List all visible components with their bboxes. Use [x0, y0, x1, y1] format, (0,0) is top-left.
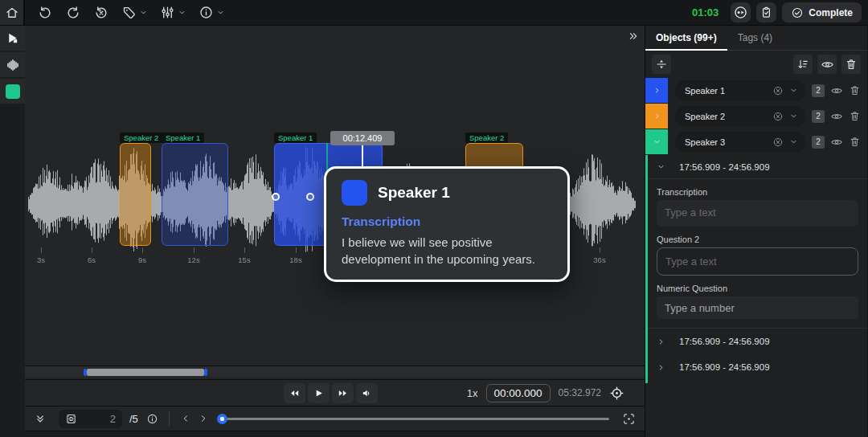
fast-forward-button[interactable] [332, 383, 354, 403]
previous-frame-button[interactable] [180, 413, 191, 424]
frame-slider[interactable] [219, 418, 609, 420]
chevron-right-icon [653, 112, 661, 120]
segment-handle[interactable] [306, 193, 314, 201]
numeric-question-input[interactable] [657, 296, 858, 319]
object-name: Speaker 1 [685, 86, 772, 96]
toggle-visibility-button[interactable] [830, 84, 843, 97]
pointer-icon [6, 31, 19, 45]
volume-button[interactable] [356, 383, 378, 403]
complete-button[interactable]: Complete [782, 2, 862, 22]
collapse-object-button[interactable] [645, 129, 668, 154]
fit-view-button[interactable] [622, 412, 636, 426]
segment-label: Speaker 2 [120, 133, 162, 143]
segment-label: Speaker 1 [274, 133, 317, 143]
object-name-pill[interactable]: Speaker 1 [675, 80, 805, 101]
class-dropdown-button[interactable] [789, 112, 798, 120]
current-time-field[interactable]: 00:00.000 [486, 384, 551, 402]
divider [169, 411, 170, 426]
tool-sidebar [0, 26, 25, 437]
home-button[interactable] [0, 0, 25, 25]
waveform-canvas-area: Speaker 2Speaker 1Speaker 1Speaker 2 3s6… [25, 26, 645, 380]
instance-row[interactable]: 17:56.909 - 24:56.909 [648, 329, 867, 354]
delete-object-button[interactable] [849, 110, 861, 122]
segment-label: Speaker 1 [162, 133, 204, 143]
instance-row[interactable]: 17:56.909 - 24:56.909 [648, 354, 867, 380]
redo-button[interactable] [65, 5, 81, 21]
expanded-instance-card: 17:56.909 - 24:56.909 Transcription Ques… [645, 155, 867, 383]
collapse-panel-button[interactable] [627, 30, 640, 43]
clear-class-button[interactable] [772, 137, 784, 148]
active-class-swatch[interactable] [0, 79, 25, 104]
delete-object-button[interactable] [849, 136, 861, 148]
transcription-input[interactable] [657, 200, 858, 227]
toggle-visibility-button[interactable] [830, 136, 843, 149]
record-button[interactable] [731, 2, 751, 22]
sort-button[interactable] [793, 55, 813, 74]
tag-menu-button[interactable] [121, 5, 148, 20]
tab-objects[interactable]: Objects (99+) [645, 26, 727, 50]
playhead-settings-button[interactable] [609, 386, 624, 401]
toggle-visibility-all-button[interactable] [817, 55, 837, 74]
chevron-down-icon [216, 8, 225, 17]
audio-segment[interactable]: Speaker 1 [162, 143, 228, 246]
class-color-swatch [6, 84, 20, 99]
rewind-button[interactable] [284, 383, 305, 403]
panel-toolbar [645, 51, 867, 78]
chevron-down-icon [789, 137, 798, 146]
waveform-icon [6, 58, 20, 72]
object-name-pill[interactable]: Speaker 3 [675, 132, 805, 153]
audio-segment[interactable]: Speaker 2 [120, 143, 151, 246]
double-chevron-right-icon [627, 30, 640, 43]
instance-time-range: 17:56.909 - 24:56.909 [679, 162, 770, 172]
speaker-color-swatch [342, 180, 367, 206]
horizontal-scrollbar[interactable] [25, 366, 645, 377]
frame-slider-knob[interactable] [217, 414, 227, 424]
question-2-input[interactable] [657, 247, 858, 276]
playhead-timestamp[interactable]: 00:12.409 [330, 131, 395, 145]
distribute-button[interactable] [652, 55, 671, 74]
undo-button[interactable] [37, 5, 53, 21]
tab-tags[interactable]: Tags (4) [727, 26, 783, 50]
object-name: Speaker 3 [685, 137, 772, 147]
clear-class-button[interactable] [772, 85, 784, 96]
frame-number-field[interactable]: 2 [59, 410, 122, 428]
chevron-down-icon [789, 86, 798, 95]
chevron-right-icon [657, 363, 665, 372]
x-circle-icon [772, 137, 784, 148]
collapse-bottom-button[interactable] [34, 412, 47, 425]
class-dropdown-button[interactable] [789, 86, 798, 95]
delete-all-button[interactable] [841, 55, 861, 74]
chevron-right-icon [198, 413, 209, 424]
clear-class-button[interactable] [772, 111, 784, 122]
play-button[interactable] [308, 383, 330, 403]
delete-object-button[interactable] [849, 84, 861, 96]
reset-annotations-button[interactable] [93, 5, 109, 21]
complete-button-label: Complete [809, 7, 853, 18]
instance-header[interactable]: 17:56.909 - 24:56.909 [648, 155, 867, 179]
next-frame-button[interactable] [198, 413, 209, 424]
fast-forward-icon [337, 387, 349, 399]
object-name-pill[interactable]: Speaker 2 [675, 106, 805, 127]
expand-object-button[interactable] [645, 104, 668, 129]
toggle-visibility-button[interactable] [830, 110, 843, 123]
annotations-panel: Objects (99+) Tags (4) Speaker 1 2 [645, 26, 867, 437]
instance-count-badge: 2 [812, 84, 825, 97]
segment-handle[interactable] [272, 193, 280, 201]
scrollbar-thumb[interactable] [87, 369, 204, 376]
check-circle-icon [791, 6, 804, 19]
chevron-down-icon [139, 8, 148, 17]
expand-object-button[interactable] [645, 78, 668, 103]
audio-annotation-tool-button[interactable] [0, 52, 25, 77]
eye-icon [830, 136, 843, 149]
tasks-button[interactable] [756, 2, 776, 22]
object-name: Speaker 2 [685, 112, 772, 121]
instance-count-badge: 2 [812, 110, 825, 123]
info-menu-button[interactable] [199, 5, 225, 20]
frame-info-button[interactable] [146, 413, 158, 425]
filters-menu-button[interactable] [160, 5, 186, 20]
playback-speed[interactable]: 1x [467, 387, 478, 399]
select-tool-button[interactable] [0, 26, 25, 51]
class-dropdown-button[interactable] [789, 137, 798, 146]
chevron-down-icon [653, 137, 661, 146]
chevron-left-icon [180, 413, 191, 424]
